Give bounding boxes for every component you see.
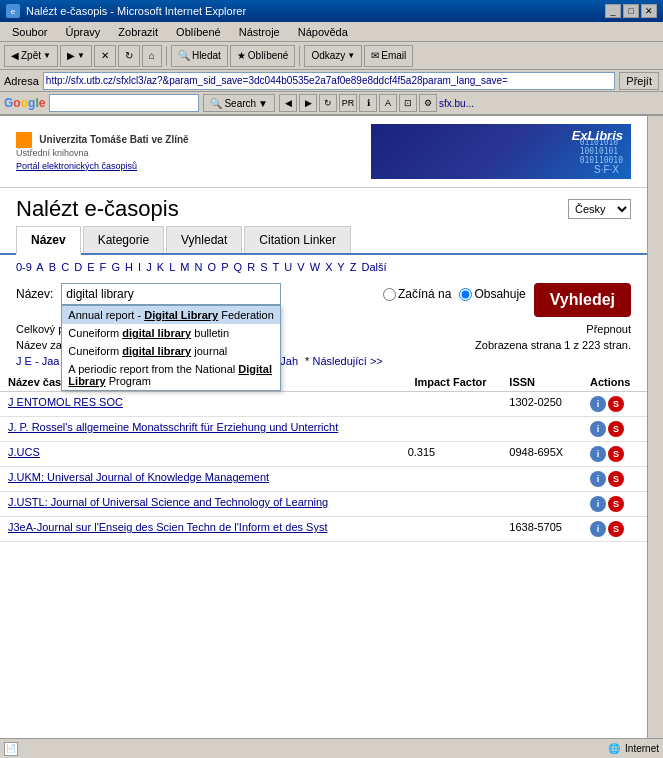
menu-upravy[interactable]: Úpravy [57, 24, 108, 40]
links-button[interactable]: Odkazy ▼ [304, 45, 362, 67]
menu-nastroje[interactable]: Nástroje [231, 24, 288, 40]
back-button[interactable]: ◀ Zpět ▼ [4, 45, 58, 67]
google-popup-icon[interactable]: ⊡ [399, 94, 417, 112]
alpha-O[interactable]: O [208, 261, 217, 273]
favorites-button[interactable]: ★ Oblíbené [230, 45, 296, 67]
info-button-2[interactable]: i [590, 421, 606, 437]
menu-soubor[interactable]: Soubor [4, 24, 55, 40]
alpha-R[interactable]: R [247, 261, 255, 273]
journal-link-5[interactable]: J.USTL: Journal of Universal Science and… [8, 496, 328, 508]
alpha-B[interactable]: B [49, 261, 56, 273]
info-button-5[interactable]: i [590, 496, 606, 512]
info-button-3[interactable]: i [590, 446, 606, 462]
alpha-E[interactable]: E [87, 261, 94, 273]
window-controls[interactable]: _ □ ✕ [605, 4, 657, 18]
google-back-icon[interactable]: ◀ [279, 94, 297, 112]
autocomplete-item-4[interactable]: A periodic report from the National Digi… [62, 360, 280, 390]
sfx-button-4[interactable]: S [608, 471, 624, 487]
alpha-F[interactable]: F [100, 261, 107, 273]
journal-link-3[interactable]: J.UCS [8, 446, 40, 458]
google-options-icon[interactable]: ⚙ [419, 94, 437, 112]
autocomplete-item-3[interactable]: Cuneiform digital library journal [62, 342, 280, 360]
email-button[interactable]: ✉ Email [364, 45, 413, 67]
alpha-L[interactable]: L [169, 261, 175, 273]
google-forward-icon[interactable]: ▶ [299, 94, 317, 112]
language-select[interactable]: Česky English [568, 199, 631, 219]
language-selector[interactable]: Česky English [568, 199, 631, 219]
scroll-bar[interactable] [647, 116, 663, 738]
forward-button[interactable]: ▶ ▼ [60, 45, 92, 67]
tab-citation-linker[interactable]: Citation Linker [244, 226, 351, 253]
close-button[interactable]: ✕ [641, 4, 657, 18]
alpha-dalsi[interactable]: Další [362, 261, 387, 273]
menu-oblibene[interactable]: Oblíbené [168, 24, 229, 40]
search-input-wrapper: Annual report - Digital Library Federati… [61, 283, 375, 305]
alpha-D[interactable]: D [74, 261, 82, 273]
google-info-icon[interactable]: ℹ [359, 94, 377, 112]
page-link-1[interactable]: J E - Jaa [16, 355, 59, 367]
search-input[interactable] [61, 283, 281, 305]
alpha-K[interactable]: K [157, 261, 164, 273]
sfx-button-5[interactable]: S [608, 496, 624, 512]
journal-link-2[interactable]: J. P. Rossel's allgemeine Monatsschrift … [8, 421, 338, 433]
sfx-button-3[interactable]: S [608, 446, 624, 462]
sfx-button-6[interactable]: S [608, 521, 624, 537]
journal-link-1[interactable]: J ENTOMOL RES SOC [8, 396, 123, 408]
alpha-A[interactable]: A [36, 261, 43, 273]
search-button[interactable]: Vyhledej [534, 283, 631, 317]
radio-starts-with[interactable]: Začíná na [383, 287, 451, 301]
tab-kategorie[interactable]: Kategorie [83, 226, 164, 253]
autocomplete-item-2[interactable]: Cuneiform digital library bulletin [62, 324, 280, 342]
radio-contains-input[interactable] [459, 288, 472, 301]
alpha-H[interactable]: H [125, 261, 133, 273]
alpha-P[interactable]: P [221, 261, 228, 273]
alpha-J[interactable]: J [146, 261, 152, 273]
google-search-input[interactable] [49, 94, 199, 112]
alpha-0-9[interactable]: 0-9 [16, 261, 32, 273]
tab-nazev[interactable]: Název [16, 226, 81, 255]
alpha-W[interactable]: W [310, 261, 320, 273]
address-input[interactable] [43, 72, 615, 90]
google-pagerank-icon[interactable]: PR [339, 94, 357, 112]
menu-napoveda[interactable]: Nápověda [290, 24, 356, 40]
sfx-button-1[interactable]: S [608, 396, 624, 412]
autocomplete-item-1[interactable]: Annual report - Digital Library Federati… [62, 306, 280, 324]
alpha-V[interactable]: V [297, 261, 304, 273]
journal-link-4[interactable]: J.UKM: Universal Journal of Knowledge Ma… [8, 471, 269, 483]
google-highlight-icon[interactable]: A [379, 94, 397, 112]
google-search-button[interactable]: 🔍 Search ▼ [203, 94, 275, 112]
alpha-I[interactable]: I [138, 261, 141, 273]
tab-vyhledat[interactable]: Vyhledat [166, 226, 242, 253]
alpha-X[interactable]: X [325, 261, 332, 273]
alpha-Q[interactable]: Q [234, 261, 243, 273]
portal-link[interactable]: Portál elektronických časopisů [16, 161, 137, 171]
alpha-Z[interactable]: Z [350, 261, 357, 273]
alpha-C[interactable]: C [61, 261, 69, 273]
maximize-button[interactable]: □ [623, 4, 639, 18]
alpha-G[interactable]: G [111, 261, 120, 273]
info-button-4[interactable]: i [590, 471, 606, 487]
minimize-button[interactable]: _ [605, 4, 621, 18]
google-refresh-icon[interactable]: ↻ [319, 94, 337, 112]
next-page-link[interactable]: Následující >> [312, 355, 382, 367]
journal-link-6[interactable]: J3eA-Journal sur l'Enseig des Scien Tech… [8, 521, 328, 533]
alpha-S[interactable]: S [260, 261, 267, 273]
alpha-N[interactable]: N [195, 261, 203, 273]
menu-zobrazit[interactable]: Zobrazit [110, 24, 166, 40]
alpha-U[interactable]: U [284, 261, 292, 273]
radio-contains[interactable]: Obsahuje [459, 287, 525, 301]
alpha-M[interactable]: M [180, 261, 189, 273]
alpha-Y[interactable]: Y [337, 261, 344, 273]
sfx-button-2[interactable]: S [608, 421, 624, 437]
info-button-6[interactable]: i [590, 521, 606, 537]
alpha-T[interactable]: T [272, 261, 279, 273]
search-toolbar-button[interactable]: 🔍 Hledat [171, 45, 228, 67]
google-logo: Google [4, 96, 45, 110]
info-button-1[interactable]: i [590, 396, 606, 412]
refresh-button[interactable]: ↻ [118, 45, 140, 67]
go-button[interactable]: Přejít [619, 72, 659, 90]
stop-button[interactable]: ✕ [94, 45, 116, 67]
radio-starts-input[interactable] [383, 288, 396, 301]
sfx-link[interactable]: sfx.bu... [439, 98, 474, 109]
home-button[interactable]: ⌂ [142, 45, 162, 67]
